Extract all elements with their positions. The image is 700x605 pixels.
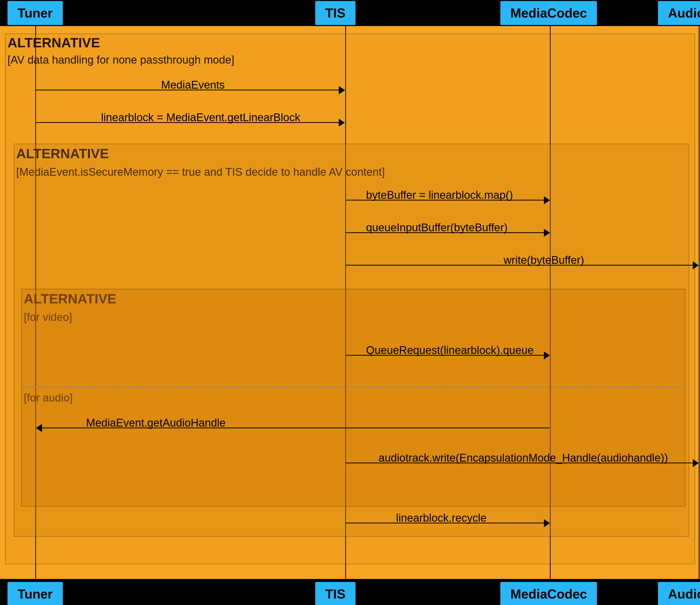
- message-getaudiohandle: MediaEvent.getAudioHandle: [36, 421, 550, 434]
- message-queuerequest-label: QueueRequest(linearblock).queue: [366, 344, 534, 357]
- actor-tuner-bottom: Tuner: [7, 582, 63, 605]
- message-write-bytebuffer-label: write(byteBuffer): [504, 254, 584, 266]
- actors-top-bar: Tuner TIS MediaCodec AudioTrack: [0, 0, 700, 26]
- actors-bottom-bar: Tuner TIS MediaCodec AudioTrack: [0, 579, 700, 605]
- lifeline-audiotrack: [699, 26, 700, 579]
- actor-tis-bottom: TIS: [315, 582, 355, 605]
- actor-audiotrack-bottom: AudioTrack: [658, 582, 700, 605]
- message-audiotrack-write: audiotrack.write(EncapsulationMode_Handl…: [346, 457, 699, 469]
- actor-tis-top: TIS: [315, 1, 355, 25]
- message-bytebuffer-map-label: byteBuffer = linearblock.map(): [366, 189, 513, 201]
- message-getlinearblock: linearblock = MediaEvent.getLinearBlock: [36, 116, 345, 129]
- message-getaudiohandle-label: MediaEvent.getAudioHandle: [86, 416, 226, 429]
- message-linearblock-recycle-label: linearblock.recycle: [396, 512, 486, 524]
- sequence-diagram: Tuner TIS MediaCodec AudioTrack ALTERNAT…: [0, 0, 700, 605]
- actor-mediacodec-top: MediaCodec: [500, 1, 597, 25]
- message-queueinputbuffer-label: queueInputBuffer(byteBuffer): [366, 221, 508, 234]
- dashed-divider: [22, 386, 685, 387]
- inner-alt2-frame: [21, 289, 685, 507]
- actor-audiotrack-top: AudioTrack: [658, 1, 700, 25]
- message-queueinputbuffer: queueInputBuffer(byteBuffer): [346, 226, 550, 239]
- message-mediaevents: MediaEvents: [36, 83, 345, 96]
- diagram-main: ALTERNATIVE [AV data handling for none p…: [0, 26, 700, 579]
- message-getlinearblock-label: linearblock = MediaEvent.getLinearBlock: [101, 111, 300, 124]
- actor-tuner-top: Tuner: [7, 1, 63, 25]
- message-bytebuffer-map: byteBuffer = linearblock.map(): [346, 194, 550, 206]
- message-mediaevents-label: MediaEvents: [161, 79, 225, 91]
- actor-mediacodec-bottom: MediaCodec: [500, 582, 597, 605]
- message-linearblock-recycle: linearblock.recycle: [346, 517, 550, 529]
- message-write-bytebuffer: write(byteBuffer): [346, 259, 699, 271]
- message-queuerequest: QueueRequest(linearblock).queue: [346, 349, 550, 361]
- message-audiotrack-write-label: audiotrack.write(EncapsulationMode_Handl…: [378, 452, 668, 464]
